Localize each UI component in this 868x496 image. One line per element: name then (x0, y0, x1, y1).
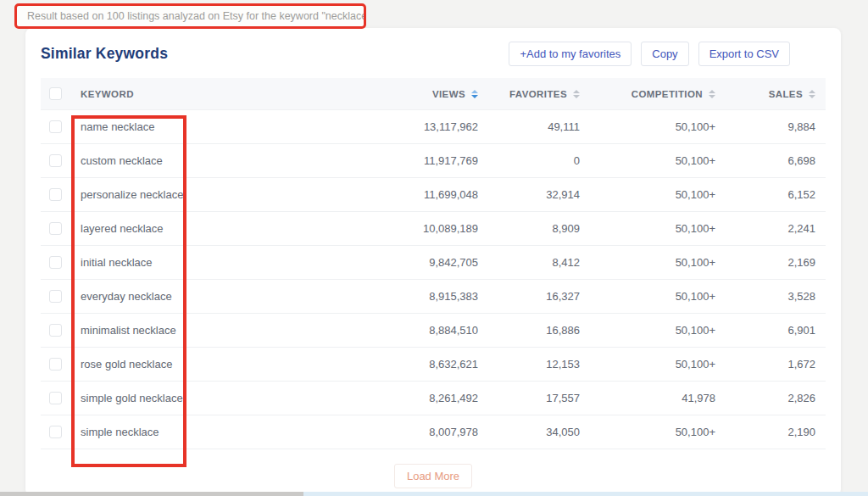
keyword-cell: simple necklace (78, 426, 338, 438)
table-row: layered necklace10,089,1898,90950,100+2,… (41, 212, 826, 246)
row-checkbox[interactable] (49, 154, 62, 167)
competition-cell: 50,100+ (580, 426, 715, 438)
sales-cell: 1,672 (715, 358, 826, 371)
keyword-cell: custom necklace (78, 154, 338, 167)
row-checkbox[interactable] (49, 290, 62, 303)
sort-icon-favorites (573, 90, 580, 98)
sort-icon-competition (709, 90, 715, 98)
views-cell: 11,917,769 (338, 154, 478, 167)
favorites-cell: 0 (478, 154, 580, 167)
sales-cell: 2,190 (715, 426, 826, 438)
competition-cell: 50,100+ (580, 358, 715, 371)
row-checkbox[interactable] (49, 324, 62, 337)
competition-cell: 50,100+ (580, 222, 715, 235)
table-row: everyday necklace8,915,38316,32750,100+3… (41, 280, 826, 314)
views-cell: 8,261,492 (338, 392, 478, 404)
row-checkbox-cell (41, 120, 78, 133)
row-checkbox-cell (41, 290, 78, 303)
select-all-cell (41, 87, 78, 100)
keyword-cell: initial necklace (78, 256, 338, 269)
sort-icon-views (471, 90, 478, 98)
sales-cell: 9,884 (715, 120, 826, 133)
column-header-favorites[interactable]: FAVORITES (478, 89, 580, 99)
favorites-cell: 8,909 (478, 222, 580, 235)
column-label-competition: COMPETITION (632, 89, 703, 99)
sales-cell: 2,169 (715, 256, 826, 269)
table-body: name necklace13,117,96249,11150,100+9,88… (41, 110, 826, 449)
column-header-views[interactable]: VIEWS (338, 89, 478, 99)
row-checkbox[interactable] (49, 120, 62, 133)
competition-cell: 50,100+ (580, 120, 715, 133)
views-cell: 13,117,962 (338, 120, 478, 133)
keyword-cell: rose gold necklace (78, 358, 338, 371)
competition-cell: 50,100+ (580, 290, 715, 303)
sales-cell: 6,152 (715, 188, 826, 201)
favorites-cell: 32,914 (478, 188, 580, 201)
row-checkbox-cell (41, 256, 78, 269)
select-all-checkbox[interactable] (49, 87, 62, 100)
column-label-keyword: KEYWORD (81, 89, 134, 99)
views-cell: 8,884,510 (338, 324, 478, 337)
views-cell: 10,089,189 (338, 222, 478, 235)
views-cell: 9,842,705 (338, 256, 478, 269)
favorites-cell: 12,153 (478, 358, 580, 371)
horizontal-scrollbar-thumb[interactable] (0, 492, 303, 496)
row-checkbox[interactable] (49, 358, 62, 371)
row-checkbox[interactable] (49, 392, 62, 404)
table-footer: Load More (25, 464, 841, 488)
sales-cell: 6,698 (715, 154, 826, 167)
column-header-sales[interactable]: SALES (715, 89, 826, 99)
column-label-favorites: FAVORITES (509, 89, 567, 99)
row-checkbox-cell (41, 324, 78, 337)
keyword-cell: personalize necklace (78, 188, 338, 201)
row-checkbox-cell (41, 358, 78, 371)
panel-header: Similar Keywords +Add to my favorites Co… (25, 28, 841, 78)
page: Result based on 100 listings analyzad on… (0, 0, 868, 496)
column-label-sales: SALES (769, 89, 803, 99)
favorites-cell: 16,886 (478, 324, 580, 337)
row-checkbox[interactable] (49, 188, 62, 201)
table-row: initial necklace9,842,7058,41250,100+2,1… (41, 246, 826, 280)
views-cell: 8,632,621 (338, 358, 478, 371)
sales-cell: 6,901 (715, 324, 826, 337)
result-banner-text: Result based on 100 listings analyzad on… (27, 10, 366, 22)
keyword-cell: simple gold necklace (78, 392, 338, 404)
load-more-button[interactable]: Load More (394, 464, 472, 488)
column-header-competition[interactable]: COMPETITION (580, 89, 715, 99)
competition-cell: 50,100+ (580, 154, 715, 167)
panel-title: Similar Keywords (41, 45, 168, 63)
sort-icon-sales (809, 90, 815, 98)
table-row: custom necklace11,917,769050,100+6,698 (41, 144, 826, 178)
favorites-cell: 8,412 (478, 256, 580, 269)
export-csv-button[interactable]: Export to CSV (698, 42, 790, 66)
favorites-cell: 16,327 (478, 290, 580, 303)
horizontal-scrollbar-track[interactable] (0, 492, 868, 496)
table-row: simple gold necklace8,261,49217,55741,97… (41, 382, 826, 415)
views-cell: 11,699,048 (338, 188, 478, 201)
row-checkbox-cell (41, 222, 78, 235)
row-checkbox-cell (41, 426, 78, 438)
table-row: minimalist necklace8,884,51016,88650,100… (41, 314, 826, 348)
row-checkbox[interactable] (49, 256, 62, 269)
table-row: simple necklace8,007,97834,05050,100+2,1… (41, 415, 826, 449)
favorites-cell: 17,557 (478, 392, 580, 404)
column-label-views: VIEWS (432, 89, 465, 99)
favorites-cell: 49,111 (478, 120, 580, 133)
sales-cell: 2,826 (715, 392, 826, 404)
table-row: personalize necklace11,699,04832,91450,1… (41, 178, 826, 212)
favorites-cell: 34,050 (478, 426, 580, 438)
sales-cell: 2,241 (715, 222, 826, 235)
table-row: name necklace13,117,96249,11150,100+9,88… (41, 110, 826, 144)
column-header-keyword: KEYWORD (78, 89, 338, 99)
result-banner-highlight: Result based on 100 listings analyzad on… (14, 3, 366, 29)
keyword-cell: minimalist necklace (78, 324, 338, 337)
views-cell: 8,915,383 (338, 290, 478, 303)
views-cell: 8,007,978 (338, 426, 478, 438)
table-row: rose gold necklace8,632,62112,15350,100+… (41, 348, 826, 382)
row-checkbox[interactable] (49, 426, 62, 438)
copy-button[interactable]: Copy (641, 42, 688, 66)
row-checkbox-cell (41, 188, 78, 201)
similar-keywords-panel: Similar Keywords +Add to my favorites Co… (25, 28, 841, 496)
add-to-favorites-button[interactable]: +Add to my favorites (509, 42, 632, 66)
row-checkbox[interactable] (49, 222, 62, 235)
